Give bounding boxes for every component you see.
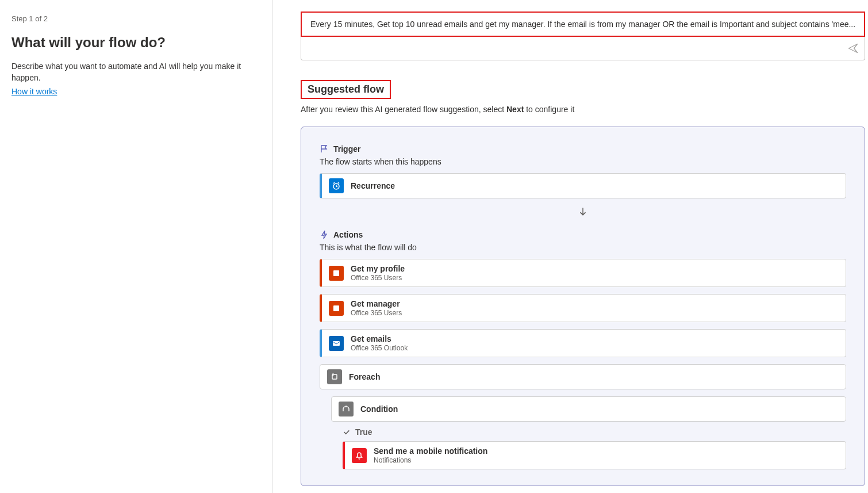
bell-icon	[352, 448, 367, 463]
actions-label: Actions	[333, 230, 363, 239]
action-card-get-my-profile[interactable]: Get my profile Office 365 Users	[320, 259, 846, 287]
actions-header: Actions	[320, 230, 846, 239]
help-prefix: After you review this AI generated flow …	[301, 105, 506, 114]
svg-rect-2	[333, 305, 339, 311]
foreach-title: Foreach	[349, 372, 839, 381]
get-emails-sub: Office 365 Outlook	[351, 344, 839, 352]
trigger-header: Trigger	[320, 144, 846, 154]
actions-sub: This is what the flow will do	[320, 243, 846, 252]
help-bold: Next	[506, 105, 524, 114]
action-card-get-emails[interactable]: Get emails Office 365 Outlook	[320, 329, 846, 357]
condition-icon	[339, 402, 354, 416]
bolt-icon	[320, 230, 329, 239]
send-icon[interactable]	[847, 43, 859, 54]
notify-title: Send me a mobile notification	[374, 446, 839, 456]
branch-true: True	[343, 427, 846, 437]
get-my-profile-title: Get my profile	[351, 264, 839, 273]
svg-rect-3	[333, 341, 340, 346]
svg-rect-1	[333, 270, 339, 276]
action-card-get-manager[interactable]: Get manager Office 365 Users	[320, 294, 846, 322]
check-icon	[343, 428, 351, 436]
flow-canvas: Trigger The flow starts when this happen…	[301, 127, 865, 486]
flag-icon	[320, 144, 329, 154]
clock-icon	[329, 178, 344, 193]
office-users-icon	[329, 301, 344, 316]
condition-title: Condition	[360, 404, 839, 414]
outlook-icon	[329, 336, 344, 351]
trigger-card-recurrence[interactable]: Recurrence	[320, 173, 846, 198]
action-card-condition[interactable]: Condition	[331, 396, 846, 422]
get-my-profile-sub: Office 365 Users	[351, 274, 839, 282]
suggested-flow-heading-highlight: Suggested flow	[301, 80, 391, 99]
suggested-flow-heading: Suggested flow	[308, 83, 384, 95]
how-it-works-link[interactable]: How it works	[11, 87, 57, 96]
suggested-flow-help: After you review this AI generated flow …	[301, 105, 865, 114]
loop-icon	[327, 369, 342, 384]
action-card-notification[interactable]: Send me a mobile notification Notificati…	[343, 441, 846, 469]
get-manager-title: Get manager	[351, 299, 839, 308]
trigger-sub: The flow starts when this happens	[320, 157, 846, 166]
trigger-label: Trigger	[333, 144, 360, 154]
help-suffix: to configure it	[524, 105, 574, 114]
recurrence-title: Recurrence	[351, 181, 839, 190]
get-emails-title: Get emails	[351, 334, 839, 343]
notify-sub: Notifications	[374, 456, 839, 464]
left-panel: Step 1 of 2 What will your flow do? Desc…	[0, 0, 273, 493]
prompt-input-wrapper: Every 15 minutes, Get top 10 unread emai…	[301, 12, 865, 60]
prompt-input[interactable]: Every 15 minutes, Get top 10 unread emai…	[301, 12, 865, 37]
true-label: True	[355, 427, 372, 437]
arrow-down-icon	[320, 207, 846, 219]
action-card-foreach[interactable]: Foreach	[320, 364, 846, 389]
page-description: Describe what you want to automate and A…	[11, 61, 261, 83]
office-users-icon	[329, 266, 344, 281]
right-panel: Every 15 minutes, Get top 10 unread emai…	[273, 0, 868, 493]
page-title: What will your flow do?	[11, 35, 261, 51]
step-label: Step 1 of 2	[11, 14, 261, 23]
prompt-toolbar	[301, 37, 865, 60]
get-manager-sub: Office 365 Users	[351, 309, 839, 317]
